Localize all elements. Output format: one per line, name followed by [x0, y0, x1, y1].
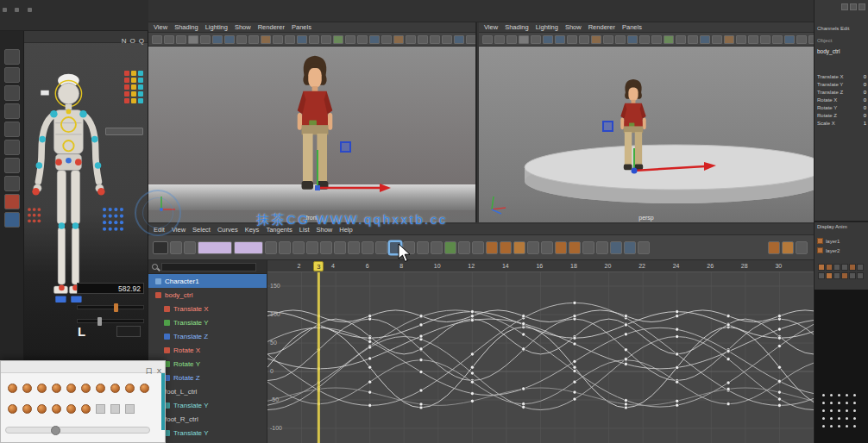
keyframe-dot[interactable]: [368, 357, 372, 360]
shelf-item-icon[interactable]: [22, 404, 32, 414]
keyframe-dot[interactable]: [470, 399, 474, 402]
graph-tool-icon[interactable]: [782, 241, 794, 254]
picker-foot-control-left[interactable]: [55, 296, 66, 303]
keyframe-dot[interactable]: [777, 336, 781, 340]
curve-plot[interactable]: [267, 272, 814, 443]
outliner-row[interactable]: Rotate Y: [148, 357, 267, 371]
outliner-row[interactable]: foot_L_ctrl: [148, 384, 267, 398]
graph-tool-icon[interactable]: [458, 241, 470, 254]
channel-attribute-row[interactable]: Rotate Z0: [817, 113, 866, 121]
graph-tool-icon[interactable]: [624, 241, 636, 254]
keyframe-dot[interactable]: [726, 387, 730, 390]
viewport-tool-icon[interactable]: [688, 35, 698, 44]
channel-box-menu[interactable]: Channels Edit: [817, 26, 849, 31]
graph-tool-icon[interactable]: [234, 241, 263, 254]
keyframe-dot[interactable]: [470, 353, 474, 356]
vp1-menu-lighting[interactable]: Lighting: [205, 23, 228, 31]
viewport-tool-icon[interactable]: [200, 35, 211, 44]
keyframe-dot[interactable]: [573, 390, 576, 394]
keyframe-dot[interactable]: [624, 406, 627, 409]
keyframe-dot[interactable]: [368, 380, 372, 384]
keyframe-dot[interactable]: [676, 399, 679, 402]
keyframe-dot[interactable]: [470, 371, 474, 375]
keyframe-dot[interactable]: [419, 323, 423, 327]
viewport-tool-icon[interactable]: [736, 35, 746, 44]
viewport-tool-icon[interactable]: [506, 35, 517, 44]
selection-plane-handle[interactable]: [340, 141, 351, 153]
layer-grid-icon[interactable]: [833, 264, 840, 271]
keyframe-dot[interactable]: [777, 403, 781, 407]
visibility-toggle[interactable]: [131, 78, 136, 83]
selection-plane-handle[interactable]: [602, 121, 613, 132]
translate-manipulator[interactable]: [624, 128, 724, 179]
picker-side-field[interactable]: [116, 326, 141, 337]
keyframe-dot[interactable]: [777, 397, 781, 401]
channel-attribute-row[interactable]: Rotate Y0: [817, 105, 866, 113]
graph-tool-icon[interactable]: [184, 241, 196, 254]
keyframe-dot[interactable]: [368, 390, 372, 394]
shelf-item-icon[interactable]: [81, 404, 91, 414]
graph-tool-icon[interactable]: [320, 241, 332, 254]
graph-tool-icon[interactable]: [486, 241, 498, 254]
toolbox-tool-icon[interactable]: [4, 176, 20, 191]
viewport-tool-icon[interactable]: [615, 35, 626, 44]
vp2-menu-view[interactable]: View: [484, 23, 498, 31]
ge-menu-select[interactable]: Select: [192, 226, 211, 234]
shelf-item-icon[interactable]: [125, 404, 135, 414]
toolbox-color-swatch-blue[interactable]: [4, 212, 20, 228]
channel-attribute-row[interactable]: Translate X0: [817, 74, 866, 82]
outliner-row[interactable]: body_ctrl: [148, 288, 267, 302]
graph-tool-icon[interactable]: [513, 241, 525, 254]
keyframe-dot[interactable]: [522, 347, 525, 351]
keyframe-dot[interactable]: [522, 333, 525, 336]
keyframe-dot[interactable]: [419, 334, 423, 338]
keyframe-dot[interactable]: [573, 365, 576, 369]
picker-finger-grid[interactable]: [103, 208, 123, 231]
slider-thumb[interactable]: [97, 317, 102, 326]
outliner-row[interactable]: Translate Y: [148, 426, 267, 440]
picker-header-icon[interactable]: Q: [139, 37, 144, 45]
viewport-tool-icon[interactable]: [603, 35, 613, 44]
picker-slider-1[interactable]: [77, 305, 144, 309]
layer-grid-icon[interactable]: [849, 264, 856, 271]
viewport-tool-icon[interactable]: [724, 35, 734, 44]
viewport-tool-icon[interactable]: [406, 35, 416, 44]
viewport-tool-icon[interactable]: [345, 35, 355, 44]
shelf-item-icon[interactable]: [66, 384, 76, 393]
graph-tool-icon[interactable]: [431, 241, 443, 254]
viewport-tool-icon[interactable]: [164, 35, 174, 44]
shelf-item-icon[interactable]: [8, 404, 17, 414]
viewport-front-canvas[interactable]: front: [148, 47, 475, 222]
keyframe-dot[interactable]: [676, 403, 679, 407]
translate-manipulator[interactable]: [309, 148, 395, 203]
attribute-value[interactable]: 0: [864, 113, 866, 121]
shelf-item-icon[interactable]: [52, 404, 61, 414]
keyframe-dot[interactable]: [676, 310, 679, 314]
manipulator-x-arrowhead[interactable]: [380, 184, 391, 192]
outliner-row[interactable]: Translate Y: [148, 315, 267, 329]
layer-color-icon[interactable]: [817, 247, 823, 253]
search-input[interactable]: [161, 263, 256, 271]
shelf-item-icon[interactable]: [110, 384, 120, 393]
keyframe-dot[interactable]: [624, 348, 627, 352]
keyframe-dot[interactable]: [573, 380, 576, 384]
keyframe-dot[interactable]: [726, 358, 730, 361]
keyframe-dot[interactable]: [624, 315, 627, 318]
current-frame-marker[interactable]: 3: [313, 261, 324, 271]
vp1-menu-view[interactable]: View: [154, 23, 167, 31]
visibility-toggle[interactable]: [124, 98, 129, 103]
toolbox-tool-icon[interactable]: [4, 158, 20, 173]
toolbox-tool-icon[interactable]: [4, 67, 20, 83]
visibility-toggle[interactable]: [131, 98, 136, 103]
viewport-tool-icon[interactable]: [212, 35, 223, 44]
attribute-value[interactable]: 0: [864, 97, 866, 105]
viewport-tool-icon[interactable]: [676, 35, 686, 44]
vp2-menu-show[interactable]: Show: [565, 23, 582, 31]
keyframe-dot[interactable]: [470, 310, 474, 314]
keyframe-dot[interactable]: [726, 315, 730, 318]
channel-attribute-row[interactable]: Translate Y0: [817, 82, 866, 90]
keyframe-dot[interactable]: [624, 333, 627, 336]
viewport-tool-icon[interactable]: [651, 35, 662, 44]
keyframe-dot[interactable]: [777, 390, 781, 394]
attribute-value[interactable]: 0: [864, 82, 866, 90]
